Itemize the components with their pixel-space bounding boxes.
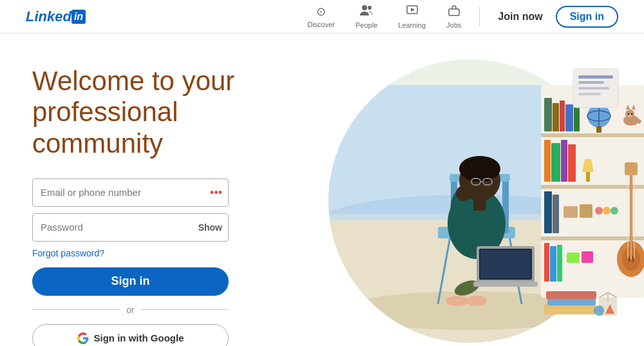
- email-field-group: •••: [32, 178, 245, 207]
- svg-point-29: [628, 113, 630, 115]
- logo-in-text: in: [71, 10, 86, 24]
- nav-people[interactable]: People: [348, 5, 385, 29]
- svg-rect-54: [557, 245, 562, 282]
- svg-rect-31: [544, 140, 551, 182]
- linkedin-logo[interactable]: Linkedin: [26, 8, 86, 25]
- svg-rect-18: [565, 104, 573, 131]
- svg-rect-14: [541, 236, 644, 240]
- svg-rect-32: [551, 143, 560, 182]
- password-field-group: Show: [32, 213, 245, 242]
- svg-point-65: [446, 296, 469, 306]
- svg-rect-39: [564, 206, 578, 218]
- or-line-right: [141, 309, 229, 310]
- svg-rect-78: [473, 282, 538, 287]
- svg-point-43: [611, 207, 618, 215]
- nav-discover-label: Discover: [307, 21, 335, 28]
- svg-rect-23: [596, 126, 601, 133]
- svg-rect-87: [546, 291, 596, 299]
- svg-rect-40: [580, 204, 592, 218]
- jobs-icon: [448, 5, 460, 19]
- svg-rect-16: [553, 103, 559, 131]
- svg-rect-33: [561, 140, 567, 182]
- svg-rect-53: [550, 246, 556, 282]
- logo-linked-text: Linked: [26, 8, 71, 25]
- learning-icon: [406, 5, 419, 19]
- svg-point-66: [466, 296, 487, 306]
- svg-rect-56: [582, 251, 593, 263]
- svg-rect-81: [578, 75, 613, 79]
- join-now-button[interactable]: Join now: [490, 7, 550, 26]
- svg-point-41: [595, 207, 603, 215]
- sign-in-header-button[interactable]: Sign in: [556, 6, 618, 28]
- sign-in-main-button[interactable]: Sign in: [32, 267, 229, 296]
- svg-rect-13: [541, 185, 644, 189]
- email-error-icon: •••: [210, 186, 222, 199]
- nav-learning-label: Learning: [398, 21, 426, 29]
- svg-point-1: [368, 6, 372, 10]
- nav-divider: [479, 7, 480, 26]
- discover-icon: ⊙: [316, 5, 326, 19]
- or-line-left: [32, 309, 120, 310]
- svg-rect-37: [544, 191, 552, 233]
- right-panel: [277, 34, 644, 346]
- sign-in-google-button[interactable]: Sign in with Google: [32, 324, 229, 346]
- svg-rect-15: [544, 98, 552, 131]
- email-input-wrapper: •••: [32, 178, 229, 207]
- svg-point-75: [456, 186, 471, 201]
- header: Linkedin ⊙ Discover People Learning Jobs: [0, 0, 644, 34]
- svg-rect-52: [544, 243, 549, 282]
- svg-rect-69: [473, 198, 486, 211]
- nav-jobs-label: Jobs: [446, 21, 461, 29]
- google-icon: [77, 332, 89, 344]
- people-icon: [360, 5, 373, 19]
- hero-illustration: [277, 34, 644, 346]
- svg-rect-12: [541, 133, 644, 137]
- or-divider: or: [32, 305, 229, 315]
- show-password-button[interactable]: Show: [198, 222, 222, 233]
- or-text: or: [126, 305, 134, 315]
- forgot-password-link[interactable]: Forgot password?: [32, 248, 245, 258]
- svg-point-93: [594, 305, 604, 316]
- svg-rect-17: [560, 101, 565, 131]
- password-input-wrapper: Show: [32, 213, 229, 242]
- svg-rect-48: [625, 162, 638, 175]
- svg-rect-34: [568, 144, 576, 182]
- svg-marker-3: [411, 8, 415, 12]
- google-button-label: Sign in with Google: [94, 332, 184, 343]
- nav-jobs[interactable]: Jobs: [439, 5, 469, 29]
- main-nav: ⊙ Discover People Learning Jobs Join now…: [299, 5, 618, 29]
- nav-learning[interactable]: Learning: [390, 5, 433, 29]
- nav-discover[interactable]: ⊙ Discover: [299, 5, 343, 28]
- svg-rect-83: [578, 87, 609, 90]
- headline: Welcome to your professional community: [32, 66, 245, 159]
- main-content: Welcome to your professional community •…: [0, 34, 644, 346]
- svg-rect-79: [480, 250, 531, 278]
- svg-rect-55: [567, 253, 580, 263]
- svg-rect-85: [544, 304, 596, 314]
- svg-rect-4: [449, 9, 459, 15]
- svg-rect-38: [553, 195, 559, 233]
- svg-rect-35: [586, 172, 590, 182]
- svg-rect-82: [578, 81, 604, 84]
- svg-rect-84: [578, 93, 601, 95]
- logo-area: Linkedin: [26, 8, 86, 25]
- nav-people-label: People: [355, 21, 377, 29]
- svg-point-30: [631, 113, 633, 115]
- svg-point-70: [459, 156, 500, 182]
- svg-point-0: [362, 5, 367, 10]
- svg-point-42: [603, 207, 611, 215]
- email-input[interactable]: [32, 178, 229, 207]
- left-panel: Welcome to your professional community •…: [0, 34, 277, 346]
